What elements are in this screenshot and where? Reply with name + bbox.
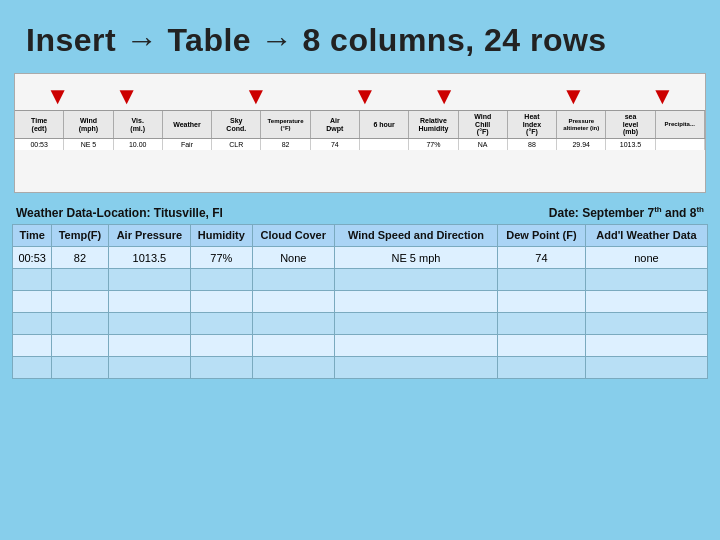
table-row: [13, 269, 708, 291]
arrow-2: ▼: [115, 82, 139, 110]
cell-humidity: [191, 357, 253, 379]
location-header: Weather Data-Location: Titusville, Fl Da…: [12, 203, 708, 224]
cell-temp: [52, 269, 108, 291]
ss-col-hi: HeatIndex(°F): [508, 111, 557, 138]
ss-header-row: Time(edt) Wind(mph) Vis.(mi.) Weather Sk…: [15, 110, 705, 139]
ss-data-hi: 88: [508, 139, 557, 150]
cell-addl: [585, 335, 707, 357]
table-body: 00:53821013.577%NoneNE 5 mph74none: [13, 247, 708, 379]
ss-data-sky: CLR: [212, 139, 261, 150]
cell-dew: [497, 313, 585, 335]
cell-dew: [497, 269, 585, 291]
arrow-1: ▼: [46, 82, 70, 110]
cell-humidity: [191, 269, 253, 291]
col-header-humidity: Humidity: [191, 225, 253, 247]
cell-temp: [52, 291, 108, 313]
cell-addl: [585, 291, 707, 313]
table-row: 00:53821013.577%NoneNE 5 mph74none: [13, 247, 708, 269]
ss-data-6h: [360, 139, 409, 150]
ss-col-6h: 6 hour: [360, 111, 409, 138]
cell-wind: [335, 313, 498, 335]
cell-dew: [497, 357, 585, 379]
arrow-7: ▼: [651, 82, 675, 110]
ss-data-vis: 10.00: [114, 139, 163, 150]
ss-data-row: 00:53 NE 5 10.00 Fair CLR 82 74 77% NA 8…: [15, 139, 705, 150]
cell-dew: [497, 291, 585, 313]
cell-humidity: [191, 335, 253, 357]
ss-col-rh: RelativeHumidity: [409, 111, 458, 138]
cell-dew: [497, 335, 585, 357]
ss-col-wc: WindChill(°F): [459, 111, 508, 138]
ss-data-dwpt: 74: [311, 139, 360, 150]
screenshot-section: ▼ ▼ ▼ ▼ ▼ ▼ ▼ Time(edt) Wind(mph) Vis.(m…: [14, 73, 706, 193]
location-text: Weather Data-Location: Titusville, Fl: [16, 206, 223, 220]
ss-col-mb: sealevel(mb): [606, 111, 655, 138]
ss-col-wind: Wind(mph): [64, 111, 113, 138]
cell-time: [13, 269, 52, 291]
ss-col-air: Temperature (°F): [261, 111, 310, 138]
ss-data-alt: 29.94: [557, 139, 606, 150]
main-container: Insert → Table → 8 columns, 24 rows ▼ ▼ …: [0, 0, 720, 540]
col-header-cloud: Cloud Cover: [252, 225, 334, 247]
cell-temp: [52, 313, 108, 335]
cell-cloud: [252, 313, 334, 335]
cell-wind: NE 5 mph: [335, 247, 498, 269]
cell-time: [13, 313, 52, 335]
cell-wind: [335, 335, 498, 357]
ss-data-precip: [656, 139, 705, 150]
cell-pressure: [108, 335, 190, 357]
ss-col-temp: AirDwpt: [311, 111, 360, 138]
cell-cloud: [252, 357, 334, 379]
cell-cloud: None: [252, 247, 334, 269]
col-header-addl: Add'l Weather Data: [585, 225, 707, 247]
cell-wind: [335, 269, 498, 291]
ss-col-alt: Pressure altimeter (in): [557, 111, 606, 138]
cell-cloud: [252, 291, 334, 313]
main-table: Time Temp(F) Air Pressure Humidity Cloud…: [12, 224, 708, 379]
table-row: [13, 291, 708, 313]
ss-data-wind: NE 5: [64, 139, 113, 150]
ss-data-time: 00:53: [15, 139, 64, 150]
ss-col-vis: Vis.(mi.): [114, 111, 163, 138]
cell-addl: none: [585, 247, 707, 269]
ss-col-time: Time(edt): [15, 111, 64, 138]
cell-dew: 74: [497, 247, 585, 269]
cell-pressure: [108, 357, 190, 379]
cell-humidity: [191, 313, 253, 335]
table-header-row: Time Temp(F) Air Pressure Humidity Cloud…: [13, 225, 708, 247]
screenshot-inner: ▼ ▼ ▼ ▼ ▼ ▼ ▼ Time(edt) Wind(mph) Vis.(m…: [15, 74, 705, 192]
arrow-6: ▼: [561, 82, 585, 110]
cell-wind: [335, 291, 498, 313]
cell-addl: [585, 313, 707, 335]
table-row: [13, 335, 708, 357]
ss-data-rh: 77%: [409, 139, 458, 150]
cell-temp: 82: [52, 247, 108, 269]
ss-data-weather: Fair: [163, 139, 212, 150]
date-text: Date: September 7th and 8th: [549, 205, 704, 220]
col-header-time: Time: [13, 225, 52, 247]
ss-col-sky: SkyCond.: [212, 111, 261, 138]
cell-humidity: 77%: [191, 247, 253, 269]
arrow-5: ▼: [432, 82, 456, 110]
ss-data-air: 82: [261, 139, 310, 150]
cell-time: [13, 291, 52, 313]
cell-pressure: 1013.5: [108, 247, 190, 269]
table-row: [13, 313, 708, 335]
cell-cloud: [252, 335, 334, 357]
cell-cloud: [252, 269, 334, 291]
cell-pressure: [108, 291, 190, 313]
cell-temp: [52, 335, 108, 357]
cell-wind: [335, 357, 498, 379]
ss-col-weather: Weather: [163, 111, 212, 138]
cell-addl: [585, 357, 707, 379]
ss-data-mb: 1013.5: [606, 139, 655, 150]
table-row: [13, 357, 708, 379]
arrows-row: ▼ ▼ ▼ ▼ ▼ ▼ ▼: [15, 74, 705, 110]
col-header-wind: Wind Speed and Direction: [335, 225, 498, 247]
cell-time: 00:53: [13, 247, 52, 269]
cell-time: [13, 357, 52, 379]
ss-col-precip: Precipita...: [656, 111, 705, 138]
arrow-3: ▼: [244, 82, 268, 110]
cell-temp: [52, 357, 108, 379]
cell-pressure: [108, 313, 190, 335]
